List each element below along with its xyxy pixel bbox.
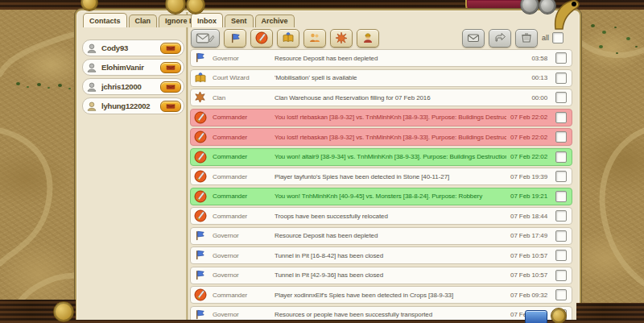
message-type-icon (194, 170, 207, 183)
contact-avatar-icon (86, 62, 97, 73)
message-row[interactable]: Governor Tunnel in Pit [16-8-42] has bee… (190, 246, 572, 264)
message-type-icon (194, 72, 207, 85)
message-row[interactable]: Court Wizard 'Mobilisation' spell is ava… (190, 69, 572, 87)
contact-row[interactable]: jchris12000 (82, 78, 184, 95)
message-row[interactable]: Commander You won! TnhMinhKnh [40-9-45] … (190, 188, 572, 205)
messages-window: Contacts Clan Ignore List Cody93 ElohimV… (75, 9, 581, 323)
message-type-icon (194, 52, 207, 64)
tab-label: Clan (135, 17, 151, 25)
bushes-left (16, 82, 20, 85)
game-screen: Contacts Clan Ignore List Cody93 ElohimV… (0, 0, 644, 323)
filter-button-battle-burst-icon[interactable] (330, 29, 353, 48)
contact-name: lyhung122002 (101, 101, 156, 110)
message-time: 07 Feb 17:49 (510, 232, 547, 239)
sidebar-tab-clan[interactable]: Clan (129, 14, 158, 27)
message-sender: Commander (211, 114, 270, 121)
message-type-icon (194, 130, 207, 143)
message-checkbox[interactable] (555, 52, 567, 64)
filter-button-group (191, 29, 379, 48)
filter-button-commander-sword-icon[interactable] (250, 29, 273, 48)
message-sender: Commander (211, 153, 270, 160)
message-row[interactable]: Commander Player tayfunto's Spies have b… (190, 168, 572, 185)
select-all-wrap: all (542, 32, 564, 43)
message-type-icon (194, 288, 207, 301)
message-sender: Governor (211, 271, 270, 279)
filter-button-clan-members-icon[interactable] (303, 29, 326, 48)
message-time: 07 Feb 09:32 (510, 292, 547, 299)
mail-tab-archive[interactable]: Archive (255, 14, 295, 27)
message-row[interactable]: Commander You lost! rtebaskan [38-9-32] … (190, 109, 572, 126)
message-row[interactable]: Commander Troops have been successfully … (190, 207, 572, 225)
message-row[interactable]: Commander You lost! rtebaskan [38-9-32] … (190, 128, 572, 146)
contact-avatar-icon (86, 43, 97, 54)
message-row[interactable]: Commander Player xodinnxElf's Spies have… (190, 286, 572, 304)
send-mail-button[interactable] (160, 43, 181, 54)
message-text: Tunnel in Pit [42-9-36] has been closed (275, 271, 506, 279)
message-checkbox[interactable] (555, 131, 567, 143)
message-row[interactable]: Governor Resource Deposit has been deple… (190, 227, 572, 245)
action-button-envelope-icon[interactable] (462, 29, 485, 48)
message-row[interactable]: Governor Resource Deposit has been deple… (190, 49, 572, 67)
message-checkbox[interactable] (555, 171, 567, 182)
contact-name: jchris12000 (101, 82, 156, 91)
message-list: Governor Resource Deposit has been deple… (190, 49, 572, 323)
message-type-icon (194, 230, 207, 242)
sidebar-tab-contacts[interactable]: Contacts (83, 13, 127, 27)
filter-button-mail-all-icon[interactable] (191, 29, 220, 48)
message-checkbox[interactable] (555, 72, 567, 84)
action-button-group (462, 29, 538, 48)
message-text: You lost! rtebaskan [38-9-32] vs. TnhMin… (275, 134, 506, 141)
message-checkbox[interactable] (555, 92, 567, 103)
message-checkbox[interactable] (555, 250, 567, 261)
contact-row[interactable]: lyhung122002 (82, 97, 184, 114)
message-checkbox[interactable] (555, 191, 567, 202)
mail-tab-inbox[interactable]: Inbox (191, 13, 223, 27)
message-sender: Court Wizard (211, 74, 270, 81)
message-type-icon (194, 111, 207, 124)
send-mail-button[interactable] (160, 81, 181, 93)
filter-button-ruler-helm-icon[interactable] (357, 29, 379, 48)
send-mail-button[interactable] (160, 62, 181, 73)
send-mail-button[interactable] (160, 101, 181, 112)
message-sender: Governor (211, 252, 270, 259)
message-row[interactable]: Commander You won! altair9 [38-9-34] vs.… (190, 148, 572, 166)
message-time: 07 Feb 19:39 (510, 173, 547, 180)
message-row[interactable]: Governor Tunnel in Pit [42-9-36] has bee… (190, 267, 572, 284)
message-sender: Commander (211, 193, 270, 200)
message-checkbox[interactable] (555, 289, 567, 300)
minimap-gem-button[interactable] (525, 310, 547, 323)
message-sender: Governor (211, 232, 270, 239)
message-text: Player xodinnxElf's Spies have been dete… (275, 292, 506, 299)
select-all-checkbox[interactable] (552, 32, 564, 43)
filter-button-wizard-book-icon[interactable] (277, 29, 299, 48)
message-text: You won! TnhMinhKnh [40-9-45] vs. Monste… (275, 193, 506, 200)
tab-label: Archive (262, 17, 288, 25)
message-time: 03:58 (531, 55, 547, 62)
gold-ornament (551, 308, 567, 323)
message-time: 07 Feb 19:21 (510, 193, 547, 200)
contact-row[interactable]: Cody93 (82, 39, 184, 56)
message-checkbox[interactable] (555, 270, 567, 281)
map-path-left (0, 10, 76, 308)
message-text: Resource Deposit has been depleted (275, 55, 527, 62)
action-button-forward-icon[interactable] (489, 29, 511, 48)
message-checkbox[interactable] (555, 112, 567, 123)
message-sender: Governor (211, 311, 270, 318)
message-time: 00:00 (531, 94, 547, 101)
contact-name: ElohimVanir (101, 63, 156, 72)
mail-tab-sent[interactable]: Sent (225, 14, 254, 27)
contact-row[interactable]: ElohimVanir (82, 59, 184, 76)
message-type-icon (194, 269, 207, 282)
message-checkbox[interactable] (555, 151, 567, 163)
filter-button-governor-flag-icon[interactable] (224, 29, 246, 48)
message-row[interactable]: Clan Clan Warehouse and Reservation fill… (190, 89, 572, 106)
message-checkbox[interactable] (555, 230, 567, 242)
message-checkbox[interactable] (555, 210, 567, 222)
mail-toolbar: all (191, 27, 573, 48)
contact-list: Cody93 ElohimVanir jchris12000 lyhung122… (82, 39, 184, 117)
tab-label: Inbox (197, 17, 217, 25)
panel-divider (186, 12, 188, 323)
gold-statue-decoration (547, 0, 584, 31)
action-button-trash-icon[interactable] (515, 29, 538, 48)
tab-label: Sent (231, 17, 247, 25)
